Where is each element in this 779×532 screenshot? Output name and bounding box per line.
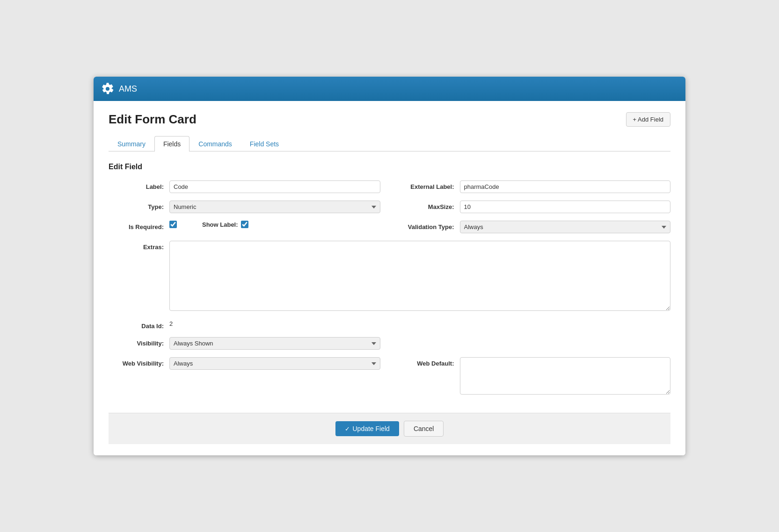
- maxsize-row: MaxSize:: [399, 201, 671, 213]
- cancel-button[interactable]: Cancel: [404, 421, 444, 437]
- visibility-label: Visibility:: [109, 337, 169, 347]
- app-window: AMS Edit Form Card + Add Field Summary F…: [94, 77, 685, 455]
- is-required-label: Is Required:: [109, 221, 169, 230]
- add-field-button[interactable]: + Add Field: [626, 112, 670, 127]
- external-label-wrap: [460, 180, 671, 193]
- tab-commands[interactable]: Commands: [189, 136, 241, 151]
- type-select[interactable]: Numeric Text Date Boolean: [169, 201, 380, 213]
- maxsize-wrap: [460, 201, 671, 213]
- validation-row: Validation Type: Always Never Conditiona…: [399, 221, 671, 233]
- extras-wrap: [169, 241, 670, 312]
- data-id-label: Data Id:: [109, 320, 169, 330]
- show-label-group: Show Label:: [202, 221, 248, 228]
- visibility-wrap: Always Shown Hidden Conditional: [169, 337, 380, 350]
- web-visibility-row: Web Visibility: Always Never Conditional: [109, 357, 380, 396]
- data-id-row: Data Id: 2: [109, 320, 380, 330]
- checkboxes-row: Is Required: Show Label:: [109, 221, 380, 233]
- footer-bar: ✓ Update Field Cancel: [109, 413, 670, 444]
- web-default-row: Web Default:: [399, 357, 671, 396]
- checkmark-icon: ✓: [345, 425, 350, 432]
- validation-type-select[interactable]: Always Never Conditional: [460, 221, 671, 233]
- type-row: Type: Numeric Text Date Boolean: [109, 201, 380, 213]
- visibility-row: Visibility: Always Shown Hidden Conditio…: [109, 337, 380, 350]
- form-grid: Label: External Label: Type:: [109, 180, 670, 403]
- label-field-wrap: [169, 180, 380, 193]
- web-default-label: Web Default:: [399, 357, 460, 367]
- maxsize-label: MaxSize:: [399, 201, 460, 210]
- edit-field-section: Edit Field Label: External Label:: [109, 163, 670, 403]
- titlebar: AMS: [94, 77, 685, 101]
- section-title: Edit Field: [109, 163, 670, 171]
- external-label-row: External Label:: [399, 180, 671, 193]
- app-icon: [101, 82, 114, 95]
- data-id-wrap: 2: [169, 320, 380, 327]
- extras-row: Extras:: [109, 241, 670, 312]
- type-label: Type:: [109, 201, 169, 210]
- web-default-textarea[interactable]: [460, 357, 671, 395]
- label-input[interactable]: [169, 180, 380, 193]
- page-title: Edit Form Card: [109, 112, 197, 127]
- label-field-label: Label:: [109, 180, 169, 190]
- web-visibility-select[interactable]: Always Never Conditional: [169, 357, 380, 370]
- external-label-label: External Label:: [399, 180, 460, 190]
- extras-label: Extras:: [109, 241, 169, 251]
- tab-summary[interactable]: Summary: [109, 136, 154, 151]
- tab-field-sets[interactable]: Field Sets: [241, 136, 288, 151]
- tab-fields[interactable]: Fields: [154, 136, 189, 151]
- show-label-checkbox[interactable]: [241, 221, 248, 228]
- type-wrap: Numeric Text Date Boolean: [169, 201, 380, 213]
- maxsize-input[interactable]: [460, 201, 671, 213]
- update-field-button[interactable]: ✓ Update Field: [335, 421, 399, 436]
- validation-type-label: Validation Type:: [399, 221, 460, 230]
- show-label-text: Show Label:: [202, 221, 238, 228]
- extras-textarea[interactable]: [169, 241, 670, 311]
- update-field-label: Update Field: [353, 425, 390, 432]
- web-visibility-label: Web Visibility:: [109, 357, 169, 367]
- is-required-checkbox[interactable]: [169, 221, 177, 228]
- external-label-input[interactable]: [460, 180, 671, 193]
- validation-type-wrap: Always Never Conditional: [460, 221, 671, 233]
- checkboxes-wrap: Show Label:: [169, 221, 380, 228]
- content-area: Edit Form Card + Add Field Summary Field…: [94, 101, 685, 455]
- data-id-value: 2: [169, 317, 173, 327]
- web-default-wrap: [460, 357, 671, 396]
- visibility-select[interactable]: Always Shown Hidden Conditional: [169, 337, 380, 350]
- page-header: Edit Form Card + Add Field: [109, 112, 670, 127]
- label-row: Label:: [109, 180, 380, 193]
- app-title: AMS: [119, 84, 137, 94]
- web-visibility-wrap: Always Never Conditional: [169, 357, 380, 370]
- tabs-bar: Summary Fields Commands Field Sets: [109, 136, 670, 151]
